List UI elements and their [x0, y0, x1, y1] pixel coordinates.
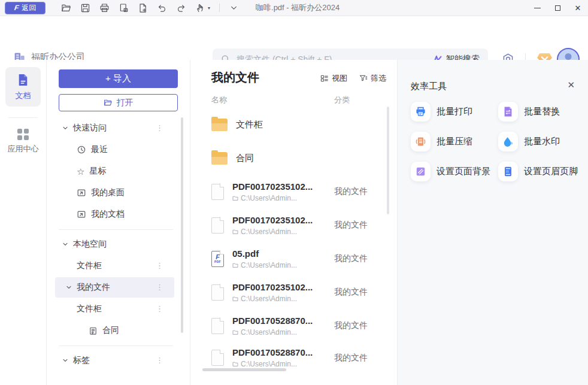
chevron-down-icon[interactable] [62, 357, 68, 363]
folder-row[interactable]: 合同 [190, 141, 397, 175]
tool-page-background[interactable]: 设置页面背景 [411, 162, 498, 181]
tree-item-contract[interactable]: 合同 [47, 320, 190, 341]
sidebar-scrollbar[interactable] [181, 117, 183, 333]
open-button-label: 打开 [117, 98, 134, 108]
more-menu-icon[interactable]: ⋮ [156, 306, 163, 312]
file-path-text: C:\Users\Admin... [241, 261, 297, 269]
tree-item-my-desktop[interactable]: 我的桌面 [47, 182, 190, 204]
file-list-vertical-scrollbar[interactable] [387, 107, 389, 214]
pdf-f-glyph: F [216, 254, 220, 260]
header: 福昕办公公司 智能搜索 [0, 16, 588, 60]
open-button[interactable]: 打开 [59, 94, 178, 111]
file-row[interactable]: PDF00170528870... C:\Users\Admin... 我的文件 [190, 309, 397, 342]
file-path: C:\Users\Admin... [232, 194, 313, 202]
file-list-horizontal-scrollbar[interactable] [202, 368, 286, 371]
open-file-icon[interactable] [61, 3, 71, 13]
chevron-down-icon[interactable] [62, 241, 68, 247]
file-icon [211, 184, 224, 200]
replace-document-icon [498, 102, 518, 122]
view-button-label: 视图 [332, 73, 347, 84]
file-path: C:\Users\Admin... [232, 228, 313, 236]
maximize-button[interactable] [547, 0, 568, 16]
folder-name: 合同 [236, 153, 254, 164]
file-name: 05.pdf [232, 248, 259, 259]
filter-button-label: 筛选 [371, 73, 386, 84]
undo-icon[interactable] [157, 3, 167, 13]
view-button[interactable]: 视图 [320, 73, 347, 84]
file-name: PDF00170528870... [232, 347, 313, 357]
close-panel-icon[interactable]: ✕ [567, 80, 575, 90]
folder-icon [211, 152, 228, 165]
left-rail: 文档 应用中心 [0, 60, 47, 385]
rail-item-app-center[interactable]: 应用中心 [0, 129, 46, 154]
file-icon [211, 217, 224, 234]
redo-icon[interactable] [176, 3, 186, 13]
efficiency-tools-panel: 效率工具 ✕ 批量打印 批量替换 批量压缩 批量水印 [397, 60, 588, 385]
file-path-text: C:\Users\Admin... [241, 328, 297, 337]
tree-section-local-space[interactable]: 本地空间 [47, 234, 190, 255]
file-path-text: C:\Users\Admin... [241, 360, 297, 368]
page-title: 我的文件 [211, 69, 259, 86]
tree-item-my-documents[interactable]: 我的文档 [47, 204, 190, 225]
new-document-icon[interactable] [138, 3, 148, 13]
minimize-button[interactable] [527, 0, 547, 16]
sidebar: + 导入 打开 快速访问 ⋮ 最近 ☆ 星标 我的桌面 我的文档 [47, 60, 190, 385]
panel-title: 效率工具 [411, 81, 447, 92]
shortcut-window-icon [77, 210, 86, 219]
view-layout-icon [320, 74, 329, 83]
close-button[interactable]: ✕ [568, 0, 588, 16]
more-menu-icon[interactable]: ⋮ [156, 125, 163, 131]
tool-header-footer[interactable]: 设置页眉页脚 [498, 162, 578, 181]
watermark-drop-icon [498, 132, 518, 151]
tool-label: 设置页面背景 [437, 166, 490, 177]
chevron-down-icon[interactable] [47, 284, 72, 290]
tool-batch-replace[interactable]: 批量替换 [498, 102, 578, 122]
tree-section-tags[interactable]: 标签 ⋮ [47, 350, 190, 371]
file-row[interactable]: PDF00170235102... C:\Users\Admin... 我的文件 [190, 175, 397, 208]
tree-item-starred[interactable]: ☆ 星标 [47, 160, 190, 182]
copy-page-icon[interactable] [119, 3, 129, 13]
chevron-down-icon[interactable] [62, 125, 68, 131]
file-row[interactable]: PDF00170235102... C:\Users\Admin... 我的文件 [190, 208, 397, 242]
foxit-pdf-file-icon: F PDF [211, 251, 224, 267]
back-button-label: 返回 [22, 3, 36, 13]
file-row[interactable]: F PDF 05.pdf C:\Users\Admin... 我的文件 [190, 242, 397, 275]
tool-batch-compress[interactable]: 批量压缩 [411, 132, 498, 151]
file-path: C:\Users\Admin... [232, 360, 313, 368]
compress-document-icon [411, 132, 431, 151]
tree-label: 标签 [73, 355, 90, 366]
tree-item-file-cabinet-nested[interactable]: 文件柜 ⋮ [47, 298, 190, 320]
filter-button[interactable]: 筛选 [359, 73, 386, 84]
file-icon [211, 318, 224, 334]
tool-label: 批量替换 [524, 106, 560, 117]
file-icon [211, 284, 224, 301]
more-menu-icon[interactable]: ⋮ [156, 284, 163, 290]
hand-tool-icon[interactable] [195, 3, 205, 13]
back-button[interactable]: F 返回 [5, 2, 46, 14]
more-menu-icon[interactable]: ⋮ [156, 263, 163, 269]
tree-item-my-files-selected[interactable]: 我的文件 ⋮ [47, 277, 190, 298]
import-button[interactable]: + 导入 [59, 69, 178, 88]
printer-icon [411, 102, 431, 122]
file-row[interactable]: PDF00170235102... C:\Users\Admin... 我的文件 [190, 275, 397, 309]
file-category: 我的文件 [334, 287, 368, 298]
folder-row[interactable]: 文件柜 [190, 108, 397, 141]
rail-item-documents[interactable]: 文档 [5, 67, 41, 107]
rail-documents-label: 文档 [16, 90, 31, 101]
tree-section-quick-access[interactable]: 快速访问 ⋮ [47, 117, 190, 139]
tree-item-recent[interactable]: 最近 [47, 139, 190, 160]
file-path: C:\Users\Admin... [232, 261, 297, 269]
file-name: PDF00170235102... [232, 215, 313, 225]
tree-label: 最近 [91, 144, 108, 155]
file-category: 我的文件 [334, 220, 368, 231]
tool-batch-print[interactable]: 批量打印 [411, 102, 498, 122]
collapse-toolbar-icon[interactable] [229, 3, 239, 13]
tree-item-file-cabinet[interactable]: 文件柜 ⋮ [47, 255, 190, 277]
save-icon[interactable] [80, 3, 90, 13]
more-menu-icon[interactable]: ⋮ [156, 357, 163, 363]
tool-batch-watermark[interactable]: 批量水印 [498, 132, 578, 151]
print-icon[interactable] [99, 3, 110, 13]
rail-app-center-label: 应用中心 [8, 144, 39, 154]
hand-tool-dropdown-icon[interactable]: ▾ [208, 5, 210, 11]
open-folder-icon [104, 98, 113, 107]
